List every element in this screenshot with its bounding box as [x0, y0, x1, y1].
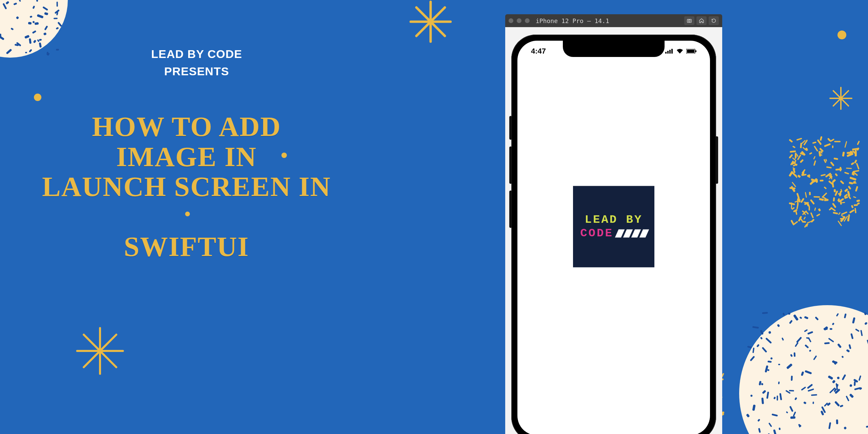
phone-side-button [509, 146, 512, 184]
phone-screen: 4:47 LEAD BY CODE [517, 41, 710, 434]
wifi-icon [676, 48, 684, 54]
headline-line1: HOW TO ADD IMAGE IN [41, 112, 332, 172]
sprinkle-texture [790, 136, 858, 224]
simulator-device-label: iPhone 12 Pro – 14.1 [536, 17, 609, 24]
presenter-line1: LEAD BY CODE [105, 47, 288, 61]
asterisk-icon [407, 0, 454, 45]
svg-rect-18 [665, 52, 667, 54]
logo-line1: LEAD BY [585, 213, 643, 226]
launch-screen-logo: LEAD BY CODE [573, 186, 654, 267]
phone-side-button [715, 136, 718, 184]
battery-icon [686, 49, 696, 54]
traffic-lights[interactable] [509, 18, 530, 23]
accent-dot [837, 31, 846, 39]
corner-blob-top-left [0, 0, 68, 58]
headline-line2: LAUNCH SCREEN IN [41, 172, 332, 232]
phone-side-button [509, 191, 512, 228]
svg-rect-20 [669, 50, 671, 54]
simulator-titlebar[interactable]: iPhone 12 Pro – 14.1 [505, 14, 722, 27]
svg-rect-21 [671, 49, 673, 54]
headline-line3: SWIFTUI [41, 232, 332, 262]
status-icons [665, 47, 696, 56]
rotate-icon[interactable] [709, 16, 719, 25]
corner-blob-bottom-right [739, 305, 868, 434]
accent-dot [34, 94, 41, 101]
asterisk-icon [75, 326, 125, 376]
iphone-frame: 4:47 LEAD BY CODE [511, 35, 716, 434]
asterisk-icon [827, 85, 854, 112]
signal-icon [665, 49, 673, 54]
simulator-body: 4:47 LEAD BY CODE [505, 27, 722, 434]
svg-point-17 [688, 20, 690, 22]
status-clock: 4:47 [531, 47, 546, 56]
logo-line2: CODE [580, 227, 613, 240]
screenshot-icon[interactable] [684, 16, 694, 25]
headline: HOW TO ADD IMAGE IN LAUNCH SCREEN IN SWI… [41, 112, 332, 262]
status-bar: 4:47 [517, 47, 710, 56]
promo-slide: LEAD BY CODE PRESENTS HOW TO ADD IMAGE I… [0, 0, 868, 434]
presenter-line2: PRESENTS [105, 65, 288, 78]
ios-simulator-window: iPhone 12 Pro – 14.1 4:47 [505, 14, 722, 434]
phone-side-button [509, 116, 512, 140]
home-icon[interactable] [696, 16, 707, 25]
presenter-block: LEAD BY CODE PRESENTS [105, 47, 288, 78]
logo-slashes [617, 229, 647, 237]
svg-rect-24 [695, 50, 696, 52]
svg-rect-19 [667, 51, 669, 54]
svg-rect-23 [687, 50, 694, 53]
